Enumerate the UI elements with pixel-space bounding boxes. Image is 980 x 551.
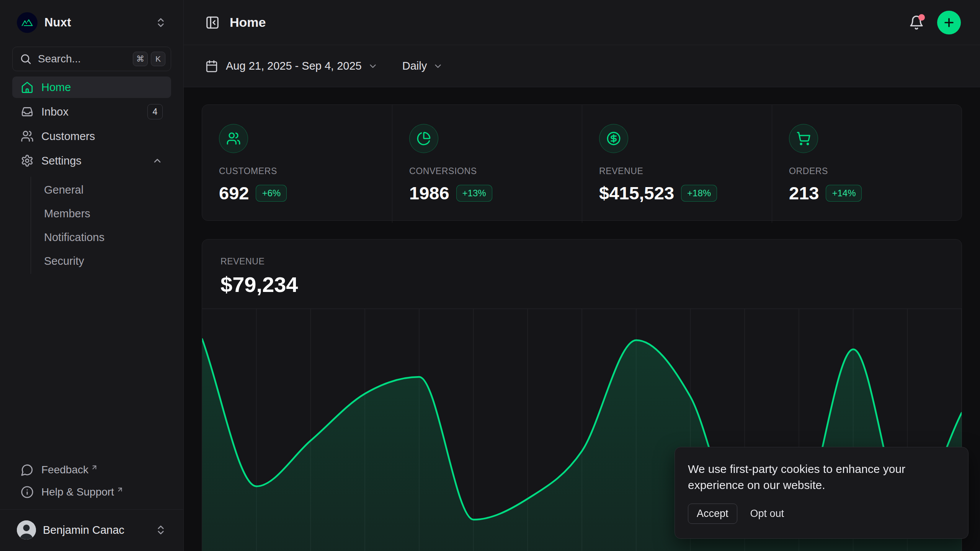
users-icon	[219, 124, 248, 153]
stat-orders[interactable]: ORDERS 213 +14%	[772, 105, 962, 223]
sidebar-footer: Feedback Help & Support	[12, 459, 171, 551]
user-name: Benjamin Canac	[43, 524, 124, 536]
chevron-down-icon	[368, 61, 378, 71]
stat-label: CONVERSIONS	[409, 166, 565, 176]
sidebar-item-label: Home	[41, 81, 71, 94]
stat-customers[interactable]: CUSTOMERS 692 +6%	[202, 105, 392, 223]
chevron-down-icon	[433, 61, 443, 71]
notifications-button[interactable]	[909, 15, 924, 30]
sidebar-item-general[interactable]: General	[31, 179, 171, 201]
kbd-k: K	[151, 52, 165, 66]
chevrons-up-down-icon	[155, 524, 167, 536]
user-menu-button[interactable]: Benjamin Canac	[12, 517, 171, 543]
stat-delta-badge: +13%	[456, 185, 492, 202]
inbox-icon	[21, 105, 34, 118]
chevrons-up-down-icon	[155, 17, 167, 28]
stat-value: 1986	[409, 183, 449, 204]
avatar	[17, 520, 36, 540]
granularity-value: Daily	[402, 60, 427, 72]
sidebar-item-inbox[interactable]: Inbox 4	[12, 101, 171, 122]
search-placeholder: Search...	[38, 53, 81, 65]
collapse-sidebar-icon[interactable]	[205, 15, 220, 30]
stat-delta-badge: +18%	[681, 185, 717, 202]
gear-icon	[21, 154, 34, 167]
settings-subnav: General Members Notifications Security	[31, 177, 171, 274]
stat-label: CUSTOMERS	[219, 166, 375, 176]
revenue-chart-value: $79,234	[220, 272, 943, 297]
header-actions	[909, 11, 961, 34]
sidebar-item-security[interactable]: Security	[31, 250, 171, 272]
stat-revenue[interactable]: REVENUE $415,523 +18%	[582, 105, 772, 223]
filter-toolbar: Aug 21, 2025 - Sep 4, 2025 Daily	[184, 45, 980, 87]
stat-delta-badge: +6%	[256, 185, 287, 202]
sidebar-item-members[interactable]: Members	[31, 203, 171, 224]
date-range-value: Aug 21, 2025 - Sep 4, 2025	[226, 60, 362, 72]
search-input[interactable]: Search... ⌘ K	[12, 47, 171, 71]
external-link-icon	[91, 464, 98, 471]
sidebar-user-section: Benjamin Canac	[0, 509, 183, 551]
feedback-label: Feedback	[41, 464, 88, 476]
calendar-icon	[205, 60, 218, 73]
sidebar-item-settings[interactable]: Settings	[12, 150, 171, 171]
cookie-message: We use first-party cookies to enhance yo…	[688, 461, 933, 493]
info-circle-icon	[21, 486, 34, 499]
accept-button[interactable]: Accept	[688, 504, 737, 524]
page-header: Home	[184, 0, 980, 45]
search-icon	[20, 53, 32, 65]
nuxt-logo	[17, 12, 38, 33]
stats-card: CUSTOMERS 692 +6% CONVERSIONS 1986 +13%	[202, 104, 962, 221]
add-button[interactable]	[937, 11, 961, 34]
help-support-label: Help & Support	[41, 486, 114, 498]
cookie-banner: We use first-party cookies to enhance yo…	[675, 447, 969, 539]
date-range-picker[interactable]: Aug 21, 2025 - Sep 4, 2025	[205, 60, 378, 73]
cart-icon	[789, 124, 818, 153]
stat-value: 692	[219, 183, 249, 204]
revenue-chart-header: REVENUE $79,234	[202, 240, 962, 308]
page-title: Home	[230, 15, 266, 30]
sidebar-nav: Home Inbox 4 Customers Settings	[12, 77, 171, 274]
stat-value: $415,523	[599, 183, 674, 204]
search-kbd-shortcut: ⌘ K	[133, 52, 165, 66]
sidebar-item-customers[interactable]: Customers	[12, 126, 171, 147]
kbd-cmd: ⌘	[133, 52, 148, 66]
home-icon	[21, 81, 34, 94]
opt-out-button[interactable]: Opt out	[750, 508, 784, 520]
cookie-actions: Accept Opt out	[688, 504, 955, 524]
dollar-circle-icon	[599, 124, 628, 153]
stat-label: ORDERS	[789, 166, 945, 176]
sidebar-item-label: Settings	[41, 155, 82, 167]
workspace-switcher[interactable]: Nuxt	[12, 10, 171, 35]
sidebar-item-label: Inbox	[41, 106, 69, 118]
revenue-chart-label: REVENUE	[220, 256, 943, 267]
pie-chart-icon	[409, 124, 438, 153]
workspace-name: Nuxt	[44, 16, 71, 29]
chevron-up-icon	[152, 155, 163, 166]
notification-dot	[918, 14, 925, 21]
inbox-count-badge: 4	[147, 104, 163, 119]
stat-label: REVENUE	[599, 166, 755, 176]
chat-bubble-icon	[21, 463, 34, 476]
sidebar-item-label: Customers	[41, 130, 95, 143]
help-support-link[interactable]: Help & Support	[12, 481, 171, 503]
granularity-select[interactable]: Daily	[402, 60, 443, 72]
stat-value: 213	[789, 183, 819, 204]
stat-delta-badge: +14%	[826, 185, 862, 202]
feedback-link[interactable]: Feedback	[12, 459, 171, 481]
sidebar: Nuxt Search... ⌘ K Home	[0, 0, 184, 551]
sidebar-item-home[interactable]: Home	[12, 77, 171, 98]
stat-conversions[interactable]: CONVERSIONS 1986 +13%	[392, 105, 582, 223]
external-link-icon	[116, 486, 124, 493]
sidebar-item-notifications[interactable]: Notifications	[31, 227, 171, 248]
users-icon	[21, 130, 34, 143]
